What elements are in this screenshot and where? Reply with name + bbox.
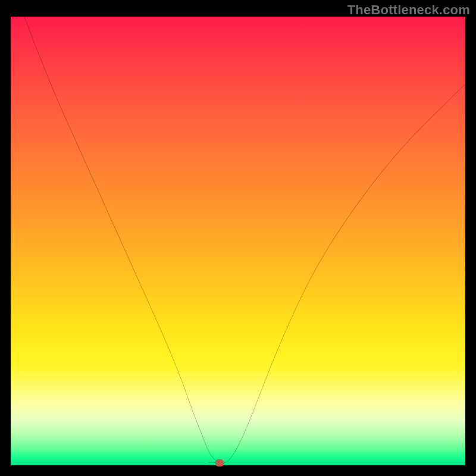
watermark-text: TheBottleneck.com — [347, 2, 470, 18]
curve-svg — [11, 17, 465, 465]
bottleneck-curve-path — [24, 17, 465, 463]
plot-area — [11, 17, 465, 465]
chart-frame: TheBottleneck.com — [0, 0, 476, 476]
min-marker — [215, 459, 224, 466]
